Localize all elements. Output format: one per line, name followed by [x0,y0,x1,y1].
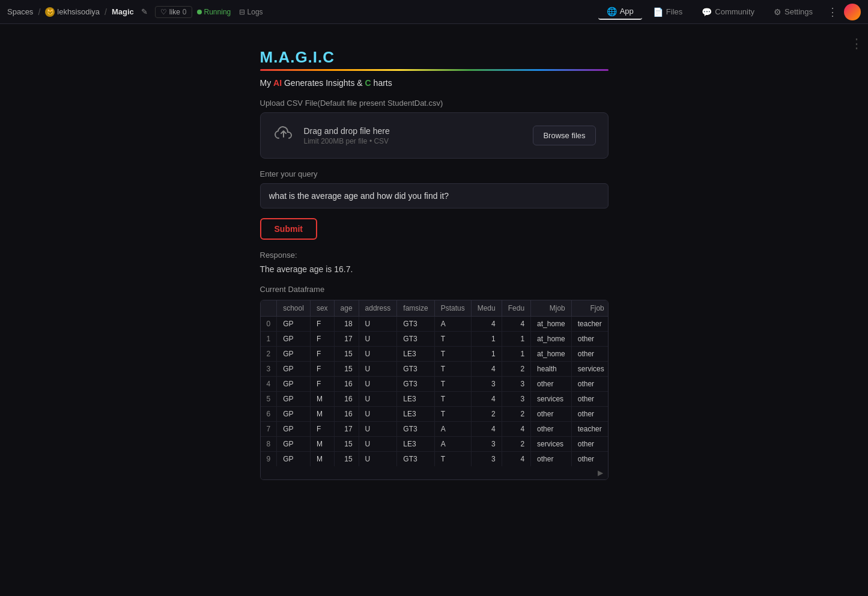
table-cell: other [571,377,608,392]
table-cell: U [359,452,397,467]
app-subtitle: My AI Generates Insights & C harts [260,78,609,88]
dataframe-table: schoolsexageaddressfamsizePstatusMeduFed… [261,300,609,466]
file-limit: Limit 200MB per file • CSV [304,137,524,145]
table-cell: T [434,407,471,422]
table-cell: teacher [571,422,608,437]
table-row: 0GPF18UGT3A44at_hometeachercourse [261,317,609,332]
table-cell: F [310,317,334,332]
table-cell: A [434,437,471,452]
user-avatar-small: 🐱 [45,7,55,17]
community-icon: 💬 [702,7,712,17]
table-cell: 15 [334,347,359,362]
table-cell: 15 [334,452,359,467]
heart-icon: ♡ [160,8,167,16]
user-link[interactable]: 🐱 lekhsisodiya [45,7,100,17]
table-cell: 1 [502,332,530,347]
table-cell: U [359,392,397,407]
browse-files-button[interactable]: Browse files [533,126,595,145]
submit-button[interactable]: Submit [260,218,317,240]
table-cell: GT3 [397,332,434,347]
table-col-header: famsize [397,300,434,317]
table-cell: other [571,437,608,452]
table-cell: F [310,362,334,377]
table-cell: 15 [334,362,359,377]
nav-tab-settings[interactable]: ⚙ Settings [765,5,821,19]
table-row: 9GPM15UGT3T34otherotherhome [261,452,609,467]
table-cell: A [434,422,471,437]
table-cell: GP [277,377,311,392]
dataframe-label: Current Dataframe [260,285,609,294]
table-cell: M [310,407,334,422]
table-cell: 6 [261,407,277,422]
table-cell: T [434,332,471,347]
table-cell: 3 [471,437,502,452]
logs-icon: ⊟ [239,8,245,16]
nav-tab-app[interactable]: 🌐 App [598,4,642,20]
table-body: 0GPF18UGT3A44at_hometeachercourse1GPF17U… [261,317,609,467]
table-cell: M [310,392,334,407]
app-icon: 🌐 [607,7,617,16]
table-col-header: Fedu [502,300,530,317]
table-cell: 16 [334,377,359,392]
table-cell: 16 [334,407,359,422]
query-input[interactable] [260,183,609,208]
table-cell: other [571,392,608,407]
app-tab-label: App [620,7,634,16]
table-cell: at_home [531,317,572,332]
table-cell: 5 [261,392,277,407]
table-cell: other [571,332,608,347]
table-cell: 4 [502,452,530,467]
table-cell: 4 [471,362,502,377]
nav-tab-community[interactable]: 💬 Community [693,5,763,19]
table-cell: U [359,332,397,347]
table-cell: other [571,452,608,467]
breadcrumb-sep2: / [105,7,107,17]
table-cell: T [434,362,471,377]
table-cell: 17 [334,422,359,437]
table-cell: 1 [471,332,502,347]
scroll-arrow: ▶ [261,466,608,479]
edit-icon[interactable]: ✎ [139,6,150,17]
table-cell: U [359,422,397,437]
table-cell: LE3 [397,347,434,362]
breadcrumb-sep: / [38,7,40,17]
logs-button[interactable]: ⊟ Logs [235,7,266,17]
nav-tab-files[interactable]: 📄 Files [645,5,691,19]
table-col-header: sex [310,300,334,317]
table-cell: LE3 [397,437,434,452]
table-cell: 3 [261,362,277,377]
more-button[interactable]: ⋮ [824,5,842,19]
table-cell: GT3 [397,317,434,332]
table-cell: LE3 [397,407,434,422]
upload-label: Upload CSV File(Default file present Stu… [260,99,609,108]
user-avatar[interactable] [844,4,861,20]
table-cell: services [531,437,572,452]
table-cell: at_home [531,332,572,347]
table-cell: 17 [334,332,359,347]
table-cell: U [359,437,397,452]
logs-label: Logs [247,8,263,16]
page-dots[interactable]: ⋮ [850,36,863,52]
table-cell: other [531,452,572,467]
table-row: 4GPF16UGT3T33otherotherhome [261,377,609,392]
table-cell: other [531,377,572,392]
table-cell: 9 [261,452,277,467]
table-cell: U [359,347,397,362]
table-cell: GP [277,347,311,362]
table-cell: services [531,392,572,407]
response-text: The average age is 16.7. [260,264,609,274]
table-cell: 8 [261,437,277,452]
files-tab-label: Files [666,7,682,16]
main-content: M.A.G.I.C My AI Generates Insights & C h… [248,24,621,504]
table-cell: 1 [261,332,277,347]
top-navigation: Spaces / 🐱 lekhsisodiya / Magic ✎ ♡ like… [0,0,868,24]
like-count: 0 [183,8,187,16]
table-cell: GP [277,407,311,422]
title-underline [260,69,609,71]
table-cell: GP [277,332,311,347]
table-cell: M [310,452,334,467]
like-button[interactable]: ♡ like 0 [155,6,192,18]
upload-cloud-icon [273,123,294,148]
table-cell: 15 [334,437,359,452]
table-cell: F [310,422,334,437]
